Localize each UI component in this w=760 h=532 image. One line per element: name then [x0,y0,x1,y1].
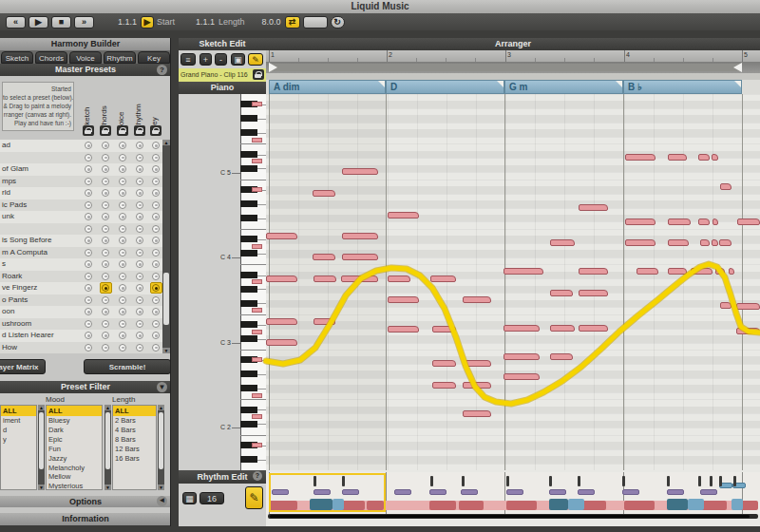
white-key[interactable] [240,399,266,406]
play-button[interactable]: ▶ [28,16,48,28]
mood-scrollbar-thumb[interactable] [105,412,110,469]
tab-key[interactable]: Key [138,51,170,64]
remove-button[interactable]: - [215,53,227,66]
h-scrollbar[interactable] [268,514,758,519]
scramble-button[interactable]: Scramble! [84,359,171,374]
midi-note[interactable] [715,268,725,275]
preset-radio[interactable] [85,178,92,185]
length-item[interactable]: 12 Bars [113,445,156,454]
preset-radio[interactable] [152,260,160,268]
black-key[interactable] [240,151,257,158]
preset-radio[interactable] [136,320,143,328]
preset-radio[interactable] [119,189,126,197]
midi-note[interactable] [668,154,687,161]
preset-radio[interactable] [119,225,126,233]
preset-radio[interactable] [119,273,126,280]
lock-icon-sketch[interactable] [83,125,94,136]
midi-note[interactable] [463,382,491,389]
rhythm-purple-bar[interactable] [578,489,595,495]
preset-radio[interactable] [102,165,109,173]
preset-scrollbar[interactable]: ▲▼ [162,140,170,353]
scroll-up-icon[interactable]: ▲ [158,405,164,410]
loop-start-handle[interactable] [269,63,277,72]
mood-item[interactable]: Jazzy [47,454,102,464]
preset-radio[interactable] [119,249,126,256]
black-key[interactable] [240,250,257,256]
midi-note[interactable] [342,233,378,239]
help-icon[interactable]: ? [157,65,167,75]
rhythm-purple-bar[interactable] [667,489,684,495]
preset-radio[interactable] [102,273,109,280]
midi-note[interactable] [432,382,456,389]
options-header[interactable]: Options [0,496,171,507]
options-collapse-icon[interactable]: ◄ [157,496,167,506]
chord-block[interactable]: B ♭ [623,80,742,94]
white-key[interactable] [240,464,266,470]
midi-note[interactable] [736,303,760,310]
white-key[interactable] [240,343,266,350]
position-value[interactable]: 1.1.1 [118,17,137,27]
preset-radio[interactable] [119,296,126,304]
scroll-down-icon[interactable]: ▼ [104,484,111,490]
midi-note[interactable] [504,268,543,275]
midi-note[interactable] [266,276,297,282]
midi-note[interactable] [550,290,573,296]
mood-item[interactable]: Bluesy [47,416,102,426]
information-header[interactable]: Information [0,513,171,525]
genre-scrollbar[interactable]: ▲▼ [38,405,45,490]
stop-button[interactable]: ■ [51,16,71,28]
white-key[interactable] [240,378,266,385]
midi-note[interactable] [700,239,710,246]
midi-note[interactable] [463,360,491,367]
preset-radio[interactable] [119,344,126,352]
preset-radio[interactable] [85,154,92,162]
preset-radio[interactable] [152,296,160,304]
preset-radio[interactable] [102,296,109,304]
midi-note[interactable] [668,239,689,246]
black-key[interactable] [240,165,257,172]
rhythm-tick[interactable] [622,476,625,486]
rhythm-purple-bar[interactable] [461,489,478,495]
rhythm-red-segment[interactable] [459,501,484,510]
midi-note[interactable] [719,239,732,246]
preset-radio[interactable] [102,320,109,328]
preset-radio[interactable] [85,225,92,233]
rhythm-red-segment[interactable] [624,501,655,510]
midi-note[interactable] [737,218,760,225]
genre-scrollbar-thumb[interactable] [39,412,44,469]
white-key[interactable] [240,449,266,456]
preset-radio[interactable] [152,201,160,209]
midi-note[interactable] [625,218,656,225]
preset-radio[interactable] [136,260,143,268]
midi-note[interactable] [736,328,760,334]
mood-scrollbar[interactable]: ▲▼ [104,405,111,490]
white-key[interactable] [240,180,266,186]
rhythm-tick[interactable] [710,476,712,486]
preset-radio[interactable] [119,142,126,149]
rhythm-tick[interactable] [667,476,670,486]
lock-icon-rhythm[interactable] [134,125,145,136]
blank-button[interactable] [303,16,328,28]
preset-radio[interactable] [152,249,160,256]
preset-radio[interactable] [102,201,109,209]
lock-icon-chords[interactable] [100,125,111,136]
clip-lock-icon[interactable] [253,69,264,80]
genre-list[interactable]: ALLimentdy [0,405,37,490]
white-key[interactable] [240,208,266,215]
genre-item[interactable]: y [1,435,36,445]
midi-note[interactable] [720,302,732,309]
mood-item[interactable]: Melancholy [47,464,102,473]
midi-note[interactable] [579,290,608,296]
rhythm-purple-bar[interactable] [622,489,639,495]
rhythm-blue-segment[interactable] [688,499,704,510]
preset-radio[interactable] [119,332,126,339]
preset-radio[interactable] [152,225,160,233]
preset-radio[interactable] [152,344,160,352]
mood-item-all[interactable]: ALL [47,406,102,416]
preset-radio[interactable] [152,332,160,339]
preset-radio[interactable] [102,237,109,244]
midi-note[interactable] [314,318,335,325]
midi-note[interactable] [550,325,575,332]
rhythm-red-segment[interactable] [506,501,537,510]
chord-block[interactable]: D [386,80,504,94]
